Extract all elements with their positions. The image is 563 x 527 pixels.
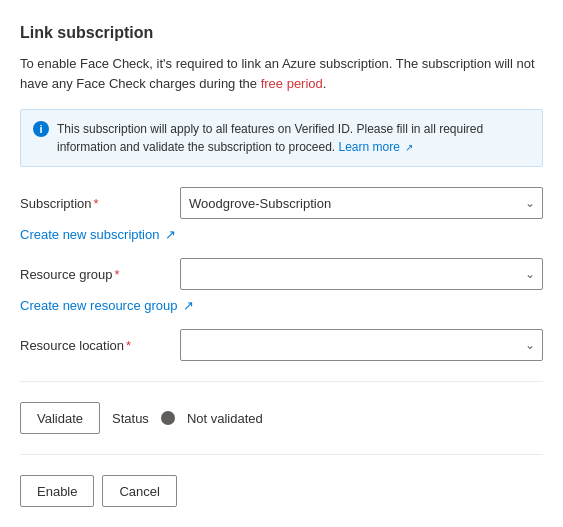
external-link-icon: ↗ [183,298,194,313]
status-text: Not validated [187,411,263,426]
external-link-icon: ↗ [405,140,413,155]
create-resource-group-link[interactable]: Create new resource group ↗ [20,298,194,313]
subscription-dropdown[interactable]: Woodgrove-Subscription [180,187,543,219]
create-resource-group-container: Create new resource group ↗ [20,298,543,313]
resource-location-dropdown-wrapper: ⌄ [180,329,543,361]
learn-more-link[interactable]: Learn more ↗ [339,140,414,154]
create-subscription-link[interactable]: Create new subscription ↗ [20,227,176,242]
subscription-label: Subscription* [20,196,180,211]
external-link-icon: ↗ [165,227,176,242]
subscription-row: Subscription* Woodgrove-Subscription ⌄ [20,187,543,219]
resource-location-dropdown[interactable] [180,329,543,361]
create-subscription-container: Create new subscription ↗ [20,227,543,242]
validate-row: Validate Status Not validated [20,402,543,434]
divider-2 [20,454,543,455]
page-title: Link subscription [20,24,543,42]
resource-group-dropdown-wrapper: ⌄ [180,258,543,290]
resource-location-row: Resource location* ⌄ [20,329,543,361]
resource-group-dropdown[interactable] [180,258,543,290]
enable-button[interactable]: Enable [20,475,94,507]
validate-button[interactable]: Validate [20,402,100,434]
action-buttons: Enable Cancel [20,475,543,507]
resource-location-label: Resource location* [20,338,180,353]
resource-group-row: Resource group* ⌄ [20,258,543,290]
divider [20,381,543,382]
subscription-dropdown-wrapper: Woodgrove-Subscription ⌄ [180,187,543,219]
status-circle-icon [161,411,175,425]
page-description: To enable Face Check, it's required to l… [20,54,543,93]
status-label: Status [112,411,149,426]
info-text: This subscription will apply to all feat… [57,120,530,156]
info-icon: i [33,121,49,137]
info-box: i This subscription will apply to all fe… [20,109,543,167]
cancel-button[interactable]: Cancel [102,475,176,507]
resource-group-label: Resource group* [20,267,180,282]
